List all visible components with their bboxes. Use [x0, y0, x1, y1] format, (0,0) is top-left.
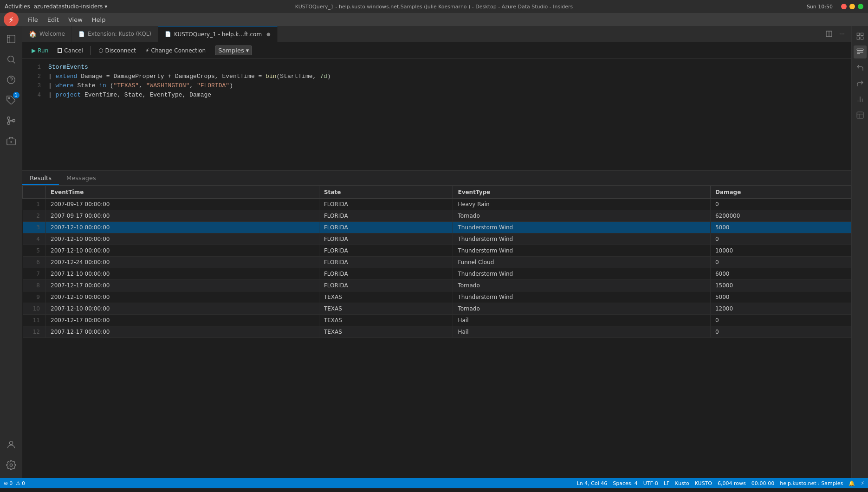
window-maximize-btn[interactable]: [858, 4, 863, 9]
code-line-1[interactable]: 1StormEvents: [22, 63, 851, 72]
line-content: | project EventTime, State, EventType, D…: [48, 91, 848, 100]
tab-close-icon[interactable]: ●: [266, 32, 271, 37]
status-language-server[interactable]: KUSTO: [695, 480, 712, 486]
table-row[interactable]: 62007-12-24 00:00:00FLORIDAFunnel Cloud0: [23, 257, 851, 268]
results-table-container[interactable]: EventTime State EventType Damage 12007-0…: [22, 186, 851, 478]
cell-state: FLORIDA: [319, 245, 453, 257]
table-row[interactable]: 112007-12-17 00:00:00TEXASHail0: [23, 315, 851, 326]
svg-point-5: [7, 122, 10, 125]
table-row[interactable]: 72007-12-10 00:00:00FLORIDAThunderstorm …: [23, 268, 851, 280]
row-number: 6: [23, 257, 46, 268]
tab-kusto-query[interactable]: 📄 KUSTOQuery_1 - help.k...ft.com ●: [158, 26, 278, 42]
window-close-btn[interactable]: [841, 4, 847, 9]
svg-rect-17: [857, 37, 859, 39]
app-name[interactable]: azuredatastudio-insiders ▾: [34, 3, 108, 10]
activity-icon-files[interactable]: [2, 30, 20, 48]
activity-icon-source-control[interactable]: [2, 111, 20, 130]
table-row[interactable]: 122007-12-17 00:00:00TEXASHail0: [23, 326, 851, 338]
status-errors[interactable]: ⊗ 0 ⚠ 0: [4, 480, 25, 486]
cell-state: FLORIDA: [319, 222, 453, 233]
col-header-state[interactable]: State: [319, 186, 453, 199]
col-header-eventtime[interactable]: EventTime: [46, 186, 319, 199]
col-header-rownum: [23, 186, 46, 199]
cell-state: TEXAS: [319, 303, 453, 315]
menu-edit[interactable]: Edit: [44, 15, 63, 24]
results-tab-results[interactable]: Results: [22, 172, 59, 185]
code-token: (StartTime,: [277, 73, 320, 80]
cell-eventtime: 2007-12-10 00:00:00: [46, 233, 319, 245]
cell-eventtype: Thunderstorm Wind: [453, 245, 710, 257]
cell-state: FLORIDA: [319, 280, 453, 291]
menu-view[interactable]: View: [65, 15, 86, 24]
table-row[interactable]: 42007-12-10 00:00:00FLORIDAThunderstorm …: [23, 233, 851, 245]
cell-eventtype: Hail: [453, 326, 710, 338]
code-editor[interactable]: 1StormEvents2| extend Damage = DamagePro…: [22, 59, 851, 170]
menu-file[interactable]: File: [24, 15, 42, 24]
table-row[interactable]: 32007-12-10 00:00:00FLORIDAThunderstorm …: [23, 222, 851, 233]
cell-state: FLORIDA: [319, 199, 453, 210]
table-row[interactable]: 22007-09-17 00:00:00FLORIDATornado620000…: [23, 210, 851, 222]
code-line-2[interactable]: 2| extend Damage = DamageProperty + Dama…: [22, 72, 851, 81]
disconnect-button[interactable]: ⬡ Disconnect: [95, 46, 140, 55]
activity-icon-help[interactable]: [2, 71, 20, 89]
right-panel-icon-3[interactable]: [854, 61, 867, 74]
change-connection-button[interactable]: ⚡ Change Connection: [142, 46, 209, 55]
right-panel-icon-5[interactable]: [854, 93, 867, 106]
code-line-3[interactable]: 3| where State in ("TEXAS", "WASHINGTON"…: [22, 81, 851, 91]
cell-damage: 5000: [710, 291, 851, 303]
code-line-4[interactable]: 4| project EventTime, State, EventType, …: [22, 91, 851, 100]
tab-welcome[interactable]: 🏠 Welcome: [22, 26, 72, 42]
row-number: 3: [23, 222, 46, 233]
menu-help[interactable]: Help: [88, 15, 110, 24]
col-header-damage[interactable]: Damage: [710, 186, 851, 199]
code-token: Damage = DamageProperty + DamageCrops, E…: [77, 73, 266, 80]
cell-eventtype: Thunderstorm Wind: [453, 291, 710, 303]
cell-eventtype: Thunderstorm Wind: [453, 233, 710, 245]
table-row[interactable]: 52007-12-10 00:00:00FLORIDAThunderstorm …: [23, 245, 851, 257]
status-line-col[interactable]: Ln 4, Col 46: [577, 480, 608, 486]
activity-icon-account[interactable]: [2, 435, 20, 454]
right-panel-icon-1[interactable]: [854, 30, 867, 43]
database-selector[interactable]: Samples ▾: [215, 45, 252, 55]
tab-kusto-ext[interactable]: 📄 Extension: Kusto (KQL): [72, 26, 158, 42]
code-token: "WASHINGTON": [146, 82, 190, 89]
activities-label[interactable]: Activities: [5, 3, 30, 10]
table-row[interactable]: 92007-12-10 00:00:00TEXASThunderstorm Wi…: [23, 291, 851, 303]
cancel-button[interactable]: Cancel: [54, 46, 87, 55]
status-time[interactable]: 00:00:00: [751, 480, 774, 486]
right-panel-icon-6[interactable]: [854, 109, 867, 122]
status-sync-icon[interactable]: ⚡: [861, 480, 864, 486]
status-language[interactable]: Kusto: [675, 480, 689, 486]
activity-icon-extensions[interactable]: 1: [2, 91, 20, 110]
status-notification-icon[interactable]: 🔔: [849, 480, 855, 486]
row-number: 12: [23, 326, 46, 338]
activity-icon-settings[interactable]: [2, 456, 20, 474]
welcome-tab-icon: 🏠: [29, 30, 37, 38]
window-minimize-btn[interactable]: [849, 4, 855, 9]
cell-eventtime: 2007-12-10 00:00:00: [46, 291, 319, 303]
run-button[interactable]: ▶ Run: [28, 46, 52, 55]
code-token: project: [56, 91, 81, 98]
cell-eventtime: 2007-12-10 00:00:00: [46, 268, 319, 280]
status-line-ending[interactable]: LF: [664, 480, 669, 486]
status-server[interactable]: help.kusto.net : Samples: [780, 480, 843, 486]
status-spaces[interactable]: Spaces: 4: [613, 480, 637, 486]
status-encoding[interactable]: UTF-8: [643, 480, 658, 486]
results-tab-messages[interactable]: Messages: [59, 172, 104, 185]
right-panel-icon-4[interactable]: [854, 77, 867, 90]
col-header-eventtype[interactable]: EventType: [453, 186, 710, 199]
split-editor-btn[interactable]: [823, 28, 835, 39]
error-count: 0: [9, 480, 13, 486]
activity-icon-search[interactable]: [2, 50, 20, 69]
change-connection-label: Change Connection: [151, 47, 206, 54]
editor-area: 🏠 Welcome 📄 Extension: Kusto (KQL) 📄 KUS…: [22, 26, 851, 478]
row-number: 2: [23, 210, 46, 222]
status-rows[interactable]: 6,004 rows: [718, 480, 746, 486]
table-row[interactable]: 102007-12-10 00:00:00TEXASTornado12000: [23, 303, 851, 315]
more-actions-btn[interactable]: ···: [836, 28, 848, 39]
table-row[interactable]: 82007-12-17 00:00:00FLORIDATornado15000: [23, 280, 851, 291]
activity-icon-connections[interactable]: [2, 132, 20, 150]
disconnect-label: Disconnect: [105, 47, 136, 54]
table-row[interactable]: 12007-09-17 00:00:00FLORIDAHeavy Rain0: [23, 199, 851, 210]
right-panel-icon-2[interactable]: [854, 45, 867, 58]
